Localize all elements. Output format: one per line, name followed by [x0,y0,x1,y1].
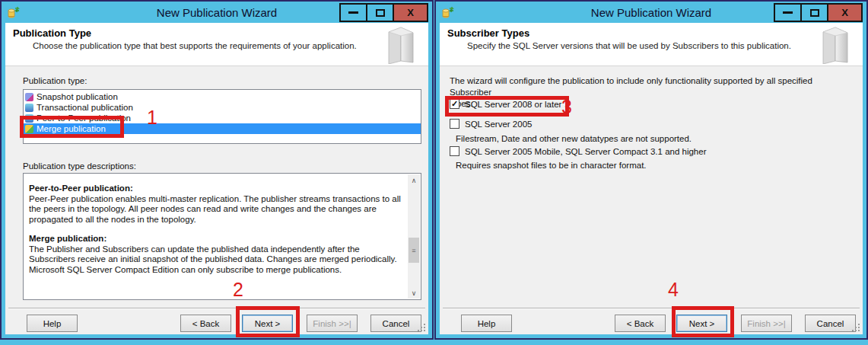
maximize-icon [810,9,819,17]
button-row-separator [443,308,860,309]
cancel-button[interactable]: Cancel [370,315,421,332]
window-controls: X [775,3,863,22]
list-item-peer-to-peer-publication[interactable]: Peer-to-Peer publication [24,113,421,123]
titlebar[interactable]: New Publication Wizard X [2,2,432,23]
checkbox-label[interactable]: SQL Server 2005 Mobile, SQL Server Compa… [465,147,706,156]
publication-type-wizard-window: New Publication Wizard X Publication Typ… [0,0,434,340]
close-icon: X [407,7,414,18]
list-item-merge-publication[interactable]: Merge publication [24,123,421,134]
list-item-label: Merge publication [37,124,106,133]
list-item-label: Transactional publication [37,103,133,112]
checkbox-note: Filestream, Date and other new datatypes… [456,134,692,143]
wizard-header: Publication Type Choose the publication … [5,23,428,66]
minimize-button[interactable] [774,3,802,22]
back-button[interactable]: < Back [615,315,666,332]
list-item-label: Peer-to-Peer publication [37,113,131,123]
page-title: Subscriber Types [447,27,529,39]
help-button[interactable]: Help [27,315,78,332]
list-item-snapshot-publication[interactable]: Snapshot publication [24,91,421,102]
checkbox-sql-server-2005[interactable]: SQL Server 2005 [450,119,532,129]
maximize-button[interactable] [800,3,828,22]
descriptions-label: Publication type descriptions: [23,161,136,171]
subscriber-types-page: The wizard will configure the publicatio… [440,67,863,334]
description-heading: Merge publication: [29,234,404,244]
transactional-publication-icon [25,104,33,112]
merge-publication-icon [25,125,33,133]
minimize-button[interactable] [339,3,367,22]
wizard-header: Subscriber Types Specify the SQL Server … [440,23,863,66]
list-item-label: Snapshot publication [37,92,118,101]
list-item-transactional-publication[interactable]: Transactional publication [24,102,421,113]
dialog-client-area: Publication Type Choose the publication … [5,23,428,334]
description-heading: Peer-to-Peer publication: [29,184,404,194]
cancel-button[interactable]: Cancel [805,315,856,332]
next-button[interactable]: Next > [242,315,293,332]
close-button[interactable]: X [393,3,428,22]
button-row-separator [8,308,425,309]
description-body: Peer-Peer publication enables multi-mast… [29,194,404,225]
subscriber-types-wizard-window: New Publication Wizard X Subscriber Type… [434,0,868,340]
window-controls: X [341,3,428,22]
help-button[interactable]: Help [461,315,512,332]
checkbox-unchecked-icon[interactable] [450,146,459,156]
description-body: The Publisher and Subscribers can update… [29,244,404,276]
finish-button: Finish >>| [741,315,792,332]
descriptions-text: Peer-to-Peer publication: Peer-Peer publ… [29,184,404,296]
wizard-book-icon [812,24,857,64]
maximize-button[interactable] [366,3,394,22]
wizard-book-icon [378,24,422,64]
checkbox-unchecked-icon[interactable] [450,119,459,129]
publication-type-page: Publication type: Snapshot publication T… [5,67,428,334]
publication-type-listbox: Snapshot publication Transactional publi… [23,89,421,144]
desktop-backdrop: New Publication Wizard X Publication Typ… [0,0,868,345]
checkbox-sql-server-2005-mobile-compact[interactable]: SQL Server 2005 Mobile, SQL Server Compa… [450,146,706,156]
checkbox-note: Requires snapshot files to be in charact… [456,161,647,170]
publication-type-label: Publication type: [23,76,87,85]
maximize-icon [376,9,385,17]
page-subtitle: Choose the publication type that best su… [33,41,360,50]
checkbox-sql-server-2008-or-later[interactable]: ✓ SQL Server 2008 or later [450,99,561,109]
next-button[interactable]: Next > [676,315,727,332]
resize-grip[interactable] [424,330,425,331]
resize-grip[interactable] [858,330,860,331]
page-subtitle: Specify the SQL Server versions that wil… [467,41,794,50]
scrollbar-thumb[interactable]: ≡ [409,238,419,263]
description-scrollbar[interactable]: ∧ ≡ ∨ [408,174,420,299]
publication-descriptions-box: Peer-to-Peer publication: Peer-Peer publ… [23,173,421,300]
peer-to-peer-publication-icon [25,114,33,123]
titlebar[interactable]: New Publication Wizard X [436,2,866,23]
page-title: Publication Type [13,27,91,39]
scroll-down-icon[interactable]: ∨ [408,287,420,299]
close-icon: X [841,7,848,18]
minimize-icon [783,11,793,14]
checkbox-checked-icon[interactable]: ✓ [450,99,459,109]
scroll-up-icon[interactable]: ∧ [408,174,420,186]
back-button[interactable]: < Back [180,315,231,332]
snapshot-publication-icon [25,93,33,101]
finish-button: Finish >>| [307,315,358,332]
checkbox-label[interactable]: SQL Server 2008 or later [465,100,561,109]
intro-line-1: The wizard will configure the publicatio… [450,75,842,98]
minimize-icon [348,11,358,14]
checkbox-label[interactable]: SQL Server 2005 [465,120,532,129]
close-button[interactable]: X [827,3,863,22]
dialog-client-area: Subscriber Types Specify the SQL Server … [440,23,863,334]
